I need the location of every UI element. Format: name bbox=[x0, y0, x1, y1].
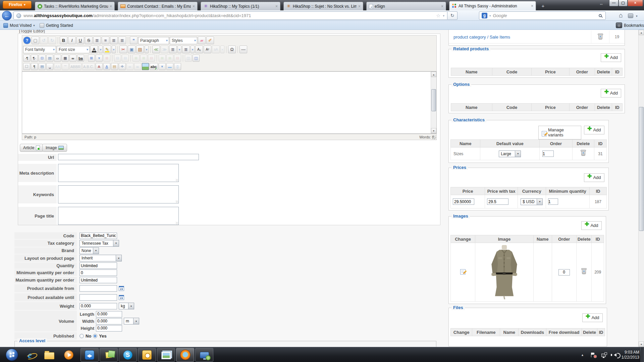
calendar-icon[interactable]: 23 bbox=[119, 286, 124, 291]
images-add-button[interactable]: ✚ Add bbox=[581, 221, 602, 230]
tab-hikashop-sujet[interactable]: ✳ HikaShop :: Sujet : No Stock vs. Limit… bbox=[283, 2, 363, 10]
font-color-icon[interactable]: A bbox=[90, 46, 98, 53]
window-close-button[interactable]: × bbox=[628, 0, 643, 6]
width-input[interactable] bbox=[96, 318, 122, 324]
taskbar-outlook[interactable] bbox=[138, 348, 156, 362]
tray-network[interactable] bbox=[601, 347, 606, 362]
min-quantity-price-input[interactable] bbox=[548, 198, 558, 205]
font-color-dropdown-icon[interactable]: ▾ bbox=[99, 46, 103, 53]
maximize-button[interactable]: ▢ bbox=[619, 0, 628, 6]
toggle-editor-link[interactable]: [Toggle Editor] bbox=[19, 30, 45, 33]
resize-grip-icon[interactable] bbox=[176, 222, 178, 224]
find-replace-icon[interactable]: ba bbox=[77, 55, 84, 62]
scroll-down-icon[interactable]: ▼ bbox=[639, 342, 644, 347]
copy-icon[interactable]: ▣ bbox=[128, 46, 136, 53]
start-button[interactable] bbox=[3, 348, 21, 362]
reload-button[interactable]: ↻ bbox=[447, 11, 458, 20]
insert-attributes-icon[interactable]: ▤ bbox=[111, 63, 118, 70]
tray-clock[interactable]: 9:03 AM 1/22/2013 bbox=[620, 347, 639, 362]
outdent-icon[interactable]: ≪ bbox=[152, 46, 160, 53]
cut-icon[interactable]: ✂ bbox=[119, 46, 127, 53]
paste-icon[interactable]: ▤ bbox=[136, 46, 144, 53]
editor-scrollbar-thumb[interactable] bbox=[431, 89, 436, 111]
delete-icon[interactable] bbox=[582, 269, 586, 274]
spellcheck-icon[interactable]: abc✓ bbox=[150, 63, 158, 70]
bold-icon[interactable]: B bbox=[60, 37, 67, 44]
highlight-dropdown-icon[interactable]: ▾ bbox=[112, 46, 116, 53]
scroll-up-icon[interactable]: ▲ bbox=[431, 72, 436, 77]
max-quantity-input[interactable] bbox=[79, 277, 117, 283]
taskbar-media-player[interactable] bbox=[60, 348, 78, 362]
resize-grip-icon[interactable] bbox=[176, 200, 178, 203]
anchor-icon[interactable]: ✛ bbox=[119, 63, 126, 70]
insert-table-icon[interactable]: ⊞ bbox=[88, 55, 95, 62]
merge-cells-icon[interactable]: ◫ bbox=[193, 55, 200, 62]
new-tab-button[interactable]: + bbox=[539, 3, 547, 9]
new-document-icon[interactable]: ▢ bbox=[32, 37, 39, 44]
paste-dropdown-icon[interactable]: ▾ bbox=[145, 46, 149, 53]
files-add-button[interactable]: ✚ Add bbox=[582, 313, 603, 322]
brand-select[interactable]: None▾ bbox=[79, 247, 99, 254]
tab-esign[interactable]: eSign × bbox=[366, 2, 446, 10]
deletion-icon[interactable]: A bbox=[96, 63, 103, 70]
tray-show-hidden[interactable]: ▲ bbox=[581, 347, 584, 362]
find-icon[interactable]: ∞ bbox=[69, 55, 76, 62]
weight-input[interactable] bbox=[79, 303, 117, 309]
back-button[interactable]: ← bbox=[2, 11, 12, 20]
tray-volume[interactable] bbox=[612, 347, 616, 362]
layout-box-icon[interactable]: ▯ bbox=[174, 63, 181, 70]
url-dropdown-icon[interactable]: ▾ bbox=[443, 14, 444, 17]
insert-table-dropdown-icon[interactable]: ▾ bbox=[96, 55, 103, 62]
special-char-icon[interactable]: Ω bbox=[228, 46, 236, 53]
insertion-icon[interactable]: A bbox=[103, 63, 110, 70]
editor-content-area[interactable]: ▲ ▼ bbox=[22, 71, 437, 134]
paragraph-format-select[interactable]: Paragraph▾ bbox=[138, 37, 169, 44]
min-quantity-input[interactable] bbox=[79, 269, 117, 276]
delete-icon[interactable] bbox=[598, 35, 602, 40]
minimize-button[interactable]: — bbox=[609, 0, 619, 6]
close-icon[interactable]: × bbox=[441, 4, 443, 8]
align-right-icon[interactable]: ≣ bbox=[118, 37, 126, 44]
manage-variants-button[interactable]: Manage variants bbox=[538, 126, 581, 139]
taskbar-sticky-notes[interactable] bbox=[100, 348, 118, 362]
taskbar-internet-explorer[interactable]: e bbox=[21, 348, 39, 362]
visual-aid-icon[interactable]: ☐ bbox=[23, 63, 30, 70]
search-icon[interactable] bbox=[599, 14, 602, 17]
tab-tasks-riverworks[interactable]: Tasks :: RiverWorks Marketing Group × bbox=[35, 2, 115, 10]
code-input[interactable] bbox=[79, 233, 117, 239]
insert-image-icon[interactable] bbox=[142, 63, 149, 70]
close-icon[interactable]: × bbox=[193, 4, 195, 8]
ordered-list-dropdown-icon[interactable]: ▾ bbox=[177, 46, 181, 53]
taskbar-teamviewer[interactable] bbox=[80, 348, 99, 362]
close-icon[interactable]: × bbox=[275, 4, 278, 8]
meta-description-field[interactable] bbox=[58, 164, 179, 182]
nonbreaking-icon[interactable]: ␣ bbox=[46, 63, 53, 70]
fullscreen-icon[interactable]: ⊡ bbox=[39, 55, 46, 62]
keywords-field[interactable] bbox=[58, 185, 179, 203]
blockquote-icon[interactable]: “ bbox=[130, 37, 138, 44]
resize-grip-icon[interactable] bbox=[176, 179, 178, 181]
scroll-down-icon[interactable]: ▼ bbox=[431, 128, 436, 133]
home-icon[interactable]: ⌂ bbox=[616, 12, 625, 19]
underline-icon[interactable]: U bbox=[76, 37, 84, 44]
close-icon[interactable]: × bbox=[358, 4, 361, 8]
bookmark-most-visited[interactable]: Most Visited ▾ bbox=[3, 22, 35, 28]
rtl-paragraph-icon[interactable]: ¶· bbox=[31, 55, 38, 62]
eraser-icon[interactable]: ▰ bbox=[198, 37, 206, 44]
strikethrough-icon[interactable]: S bbox=[85, 37, 93, 44]
taskbar-firefox-active[interactable] bbox=[176, 348, 194, 362]
taskbar-windows-explorer[interactable] bbox=[40, 348, 58, 362]
available-from-input[interactable] bbox=[79, 285, 117, 292]
article-button[interactable]: Article bbox=[20, 144, 43, 152]
addon-icon[interactable] bbox=[628, 13, 633, 18]
quantity-input[interactable] bbox=[79, 262, 117, 269]
available-until-input[interactable] bbox=[79, 294, 117, 301]
subscript-icon[interactable]: A₂ bbox=[195, 46, 203, 53]
bookmark-getting-started[interactable]: Getting Started bbox=[40, 22, 73, 28]
search-box[interactable]: g ▾ Google bbox=[479, 11, 606, 20]
show-desktop-button[interactable] bbox=[641, 347, 644, 362]
page-scrollbar-thumb[interactable] bbox=[639, 107, 644, 231]
page-scrollbar[interactable]: ▲ ▼ bbox=[638, 30, 644, 347]
styles-select[interactable]: Styles▾ bbox=[170, 37, 197, 44]
height-input[interactable] bbox=[96, 325, 122, 331]
